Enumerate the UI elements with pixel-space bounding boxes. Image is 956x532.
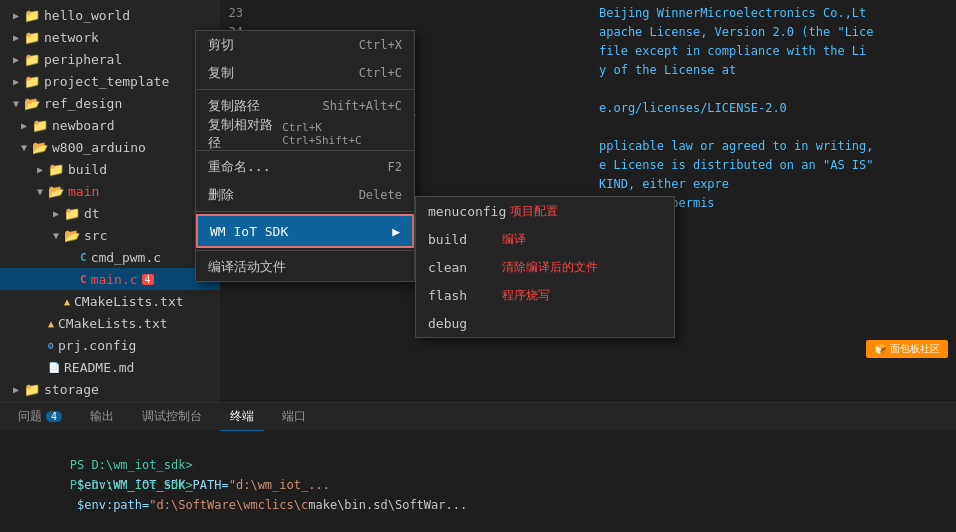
tab-problems[interactable]: 问题 4 <box>8 403 72 431</box>
tab-ports[interactable]: 端口 <box>272 403 316 431</box>
submenu-build[interactable]: build 编译 <box>416 225 674 253</box>
file-c-icon: C <box>80 251 87 264</box>
item-label: src <box>84 228 107 243</box>
tree-cmd-pwm[interactable]: C cmd_pwm.c <box>0 246 220 268</box>
ctx-sep3 <box>196 211 414 212</box>
submenu-flash-label: flash <box>428 288 498 303</box>
submenu-clean-label: clean <box>428 260 498 275</box>
item-label: peripheral <box>44 52 122 67</box>
submenu-wm-iot: menuconfig 项目配置 build 编译 clean 清除编译后的文件 … <box>415 196 675 338</box>
item-label: cmd_pwm.c <box>91 250 161 265</box>
ctx-rename-label: 重命名... <box>208 158 270 176</box>
text-line <box>599 118 948 137</box>
ctx-copy-path-label: 复制路径 <box>208 97 260 115</box>
term-val: "d:\SoftWare\wmclics\c <box>149 498 308 512</box>
ctx-delete[interactable]: 删除 Delete <box>196 181 414 209</box>
ctx-sep4 <box>196 250 414 251</box>
folder-icon: 📂 <box>32 139 48 155</box>
tree-w800-arduino[interactable]: ▼ 📂 w800_arduino <box>0 136 220 158</box>
arrow-icon: ▶ <box>8 384 24 395</box>
tree-dt[interactable]: ▶ 📁 dt <box>0 202 220 224</box>
item-label: dt <box>84 206 100 221</box>
submenu-clean[interactable]: clean 清除编译后的文件 <box>416 253 674 281</box>
tab-debug-console[interactable]: 调试控制台 <box>132 403 212 431</box>
folder-icon: 📁 <box>24 381 40 397</box>
tree-main-c[interactable]: C main.c 4 <box>0 268 220 290</box>
submenu-menuconfig[interactable]: menuconfig 项目配置 <box>416 197 674 225</box>
ctx-rename-shortcut: F2 <box>388 160 402 174</box>
folder-icon: 📂 <box>48 183 64 199</box>
line-content <box>255 4 591 23</box>
item-label: project_template <box>44 74 169 89</box>
ctx-wm-iot-sdk[interactable]: WM IoT SDK ▶ <box>196 214 414 248</box>
item-label: storage <box>44 382 99 397</box>
tree-wifi[interactable]: ▶ 📁 wifi <box>0 400 220 402</box>
item-label: network <box>44 30 99 45</box>
ctx-copy-rel-path-shortcut: Ctrl+K Ctrl+Shift+C <box>282 121 402 147</box>
item-label: ref_design <box>44 96 122 111</box>
tree-cmakelists1[interactable]: ▲ CMakeLists.txt <box>0 290 220 312</box>
tab-output[interactable]: 输出 <box>80 403 124 431</box>
item-label: hello_world <box>44 8 130 23</box>
submenu-flash[interactable]: flash 程序烧写 <box>416 281 674 309</box>
file-c-icon: C <box>80 273 87 286</box>
tree-network[interactable]: ▶ 📁 network <box>0 26 220 48</box>
ctx-delete-shortcut: Delete <box>359 188 402 202</box>
ctx-cut-shortcut: Ctrl+X <box>359 38 402 52</box>
tree-peripheral[interactable]: ▶ 📁 peripheral <box>0 48 220 70</box>
file-md-icon: 📄 <box>48 362 60 373</box>
folder-icon: 📁 <box>32 117 48 133</box>
ctx-cut-label: 剪切 <box>208 36 234 54</box>
text-line: e License is distributed on an "AS IS" <box>599 156 948 175</box>
submenu-debug-label: debug <box>428 316 498 331</box>
tree-storage[interactable]: ▶ 📁 storage <box>0 378 220 400</box>
arrow-icon: ▶ <box>8 54 24 65</box>
ctx-copy[interactable]: 复制 Ctrl+C <box>196 59 414 87</box>
ctx-copy-rel-path-label: 复制相对路径 <box>208 116 282 152</box>
folder-icon: 📁 <box>64 205 80 221</box>
ctx-copy-rel-path[interactable]: 复制相对路径 Ctrl+K Ctrl+Shift+C <box>196 120 414 148</box>
ctx-copy-path-shortcut: Shift+Alt+C <box>323 99 402 113</box>
tab-terminal-label: 终端 <box>230 408 254 425</box>
tab-terminal[interactable]: 终端 <box>220 403 264 431</box>
submenu-flash-desc: 程序烧写 <box>502 287 550 304</box>
arrow-icon: ▼ <box>16 142 32 153</box>
term-text: make\bin.sd\SoftWar... <box>308 498 467 512</box>
watermark-box: 🍞 面包板社区 <box>866 340 948 358</box>
arrow-icon: ▶ <box>32 164 48 175</box>
ctx-copy-shortcut: Ctrl+C <box>359 66 402 80</box>
arrow-icon: ▼ <box>48 230 64 241</box>
terminal[interactable]: PS D:\wm_iot_sdk> $env:WM_IOT_SDK_PATH="… <box>0 431 956 532</box>
ctx-cut[interactable]: 剪切 Ctrl+X <box>196 31 414 59</box>
tree-hello-world[interactable]: ▶ 📁 hello_world <box>0 4 220 26</box>
term-prompt: PS D:\wm_iot_sdk> <box>70 458 193 472</box>
file-cmake-icon: ▲ <box>48 318 54 329</box>
tab-output-label: 输出 <box>90 408 114 425</box>
tree-ref-design[interactable]: ▼ 📂 ref_design <box>0 92 220 114</box>
tree-main[interactable]: ▼ 📂 main <box>0 180 220 202</box>
ctx-compile-label: 编译活动文件 <box>208 258 286 276</box>
tree-readme[interactable]: 📄 README.md <box>0 356 220 378</box>
arrow-icon: ▶ <box>8 32 24 43</box>
terminal-line: PS D:\wm_iot_sdk> $env:WM_IOT_SDK_PATH="… <box>12 435 944 455</box>
tree-build[interactable]: ▶ 📁 build <box>0 158 220 180</box>
text-line: file except in compliance with the Li <box>599 42 948 61</box>
tree-prj-config[interactable]: ⚙ prj.config <box>0 334 220 356</box>
tree-cmakelists2[interactable]: ▲ CMakeLists.txt <box>0 312 220 334</box>
text-line: y of the License at <box>599 61 948 80</box>
folder-icon: 📁 <box>48 161 64 177</box>
tree-src[interactable]: ▼ 📂 src <box>0 224 220 246</box>
tree-newboard[interactable]: ▶ 📁 newboard <box>0 114 220 136</box>
ctx-rename[interactable]: 重命名... F2 <box>196 153 414 181</box>
text-line: e.org/licenses/LICENSE-2.0 <box>599 99 948 118</box>
arrow-icon: ▶ <box>8 10 24 21</box>
submenu-menuconfig-label: menuconfig <box>428 204 506 219</box>
folder-icon: 📂 <box>64 227 80 243</box>
tree-project-template[interactable]: ▶ 📁 project_template <box>0 70 220 92</box>
tab-ports-label: 端口 <box>282 408 306 425</box>
ctx-compile-active[interactable]: 编译活动文件 <box>196 253 414 281</box>
ctx-wm-arrow: ▶ <box>392 224 400 239</box>
line-num: 23 <box>220 4 255 23</box>
submenu-debug[interactable]: debug <box>416 309 674 337</box>
arrow-icon: ▼ <box>8 98 24 109</box>
